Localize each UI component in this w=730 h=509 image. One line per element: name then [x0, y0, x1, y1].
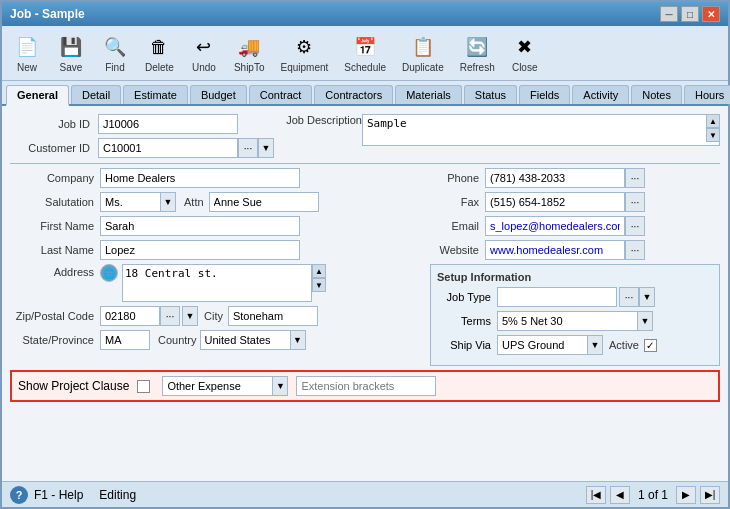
salutation-row: Salutation ▼ Attn [10, 192, 420, 212]
customer-id-input[interactable] [98, 138, 238, 158]
duplicate-button[interactable]: 📋 Duplicate [397, 30, 449, 76]
lastname-row: Last Name [10, 240, 420, 260]
state-input[interactable] [100, 330, 150, 350]
tab-budget[interactable]: Budget [190, 85, 247, 104]
first-page-button[interactable]: |◀ [586, 486, 606, 504]
city-input[interactable] [228, 306, 318, 326]
customer-id-dots-button[interactable]: ··· [238, 138, 258, 158]
left-col: Company Salutation ▼ Attn First Name [10, 168, 420, 366]
customer-id-arrow-button[interactable]: ▼ [258, 138, 274, 158]
website-row: Website ··· [430, 240, 720, 260]
website-dots-button[interactable]: ··· [625, 240, 645, 260]
tab-estimate[interactable]: Estimate [123, 85, 188, 104]
shipvia-input[interactable] [497, 335, 587, 355]
right-col: Phone ··· Fax ··· Email ··· [430, 168, 720, 366]
company-label: Company [10, 172, 100, 184]
prev-page-button[interactable]: ◀ [610, 486, 630, 504]
address-scroll-down[interactable]: ▼ [312, 278, 326, 292]
zip-dots-button[interactable]: ··· [160, 306, 180, 326]
duplicate-icon: 📋 [409, 33, 437, 61]
country-input[interactable] [200, 330, 290, 350]
salutation-input[interactable] [100, 192, 160, 212]
last-page-button[interactable]: ▶| [700, 486, 720, 504]
tab-general[interactable]: General [6, 85, 69, 106]
salutation-combo: ▼ [100, 192, 176, 212]
terms-arrow[interactable]: ▼ [637, 311, 653, 331]
terms-input[interactable] [497, 311, 637, 331]
tab-materials[interactable]: Materials [395, 85, 462, 104]
address-row: Address 🌐 18 Central st. ▲ ▼ [10, 264, 420, 302]
salutation-arrow[interactable]: ▼ [160, 192, 176, 212]
phone-input[interactable] [485, 168, 625, 188]
show-project-clause-label: Show Project Clause [18, 379, 129, 393]
firstname-row: First Name [10, 216, 420, 236]
fax-dots-button[interactable]: ··· [625, 192, 645, 212]
email-input[interactable] [485, 216, 625, 236]
zip-arrow[interactable]: ▼ [182, 306, 198, 326]
lastname-input[interactable] [100, 240, 300, 260]
new-icon: 📄 [13, 33, 41, 61]
save-button[interactable]: 💾 Save [52, 30, 90, 76]
other-expense-arrow[interactable]: ▼ [272, 376, 288, 396]
zip-input[interactable] [100, 306, 160, 326]
attn-input[interactable] [209, 192, 319, 212]
jobtype-label: Job Type [437, 291, 497, 303]
close-toolbar-button[interactable]: ✖ Close [506, 30, 544, 76]
tab-activity[interactable]: Activity [572, 85, 629, 104]
fax-input[interactable] [485, 192, 625, 212]
content-area: Job ID Customer ID ··· ▼ Job Description… [2, 106, 728, 481]
setup-title: Setup Information [437, 271, 713, 283]
shipto-button[interactable]: 🚚 ShipTo [229, 30, 270, 76]
close-button[interactable]: ✕ [702, 6, 720, 22]
shipvia-arrow[interactable]: ▼ [587, 335, 603, 355]
other-expense-input[interactable] [162, 376, 272, 396]
country-arrow[interactable]: ▼ [290, 330, 306, 350]
undo-button[interactable]: ↩ Undo [185, 30, 223, 76]
website-input[interactable] [485, 240, 625, 260]
company-input[interactable] [100, 168, 300, 188]
maximize-button[interactable]: □ [681, 6, 699, 22]
shipvia-combo: ▼ [497, 335, 603, 355]
tab-contract[interactable]: Contract [249, 85, 313, 104]
extension-brackets-input[interactable] [296, 376, 436, 396]
address-scroll-up[interactable]: ▲ [312, 264, 326, 278]
address-globe-button[interactable]: 🌐 [100, 264, 118, 282]
job-desc-input[interactable]: Sample [362, 114, 720, 146]
zip-label: Zip/Postal Code [10, 310, 100, 322]
tab-fields[interactable]: Fields [519, 85, 570, 104]
job-desc-scroll-up[interactable]: ▲ [706, 114, 720, 128]
schedule-button[interactable]: 📅 Schedule [339, 30, 391, 76]
job-desc-scroll-down[interactable]: ▼ [706, 128, 720, 142]
show-project-clause-checkbox[interactable] [137, 380, 150, 393]
equipment-button[interactable]: ⚙ Equipment [275, 30, 333, 76]
address-input[interactable]: 18 Central st. [122, 264, 312, 302]
jobtype-input[interactable] [497, 287, 617, 307]
new-label: New [17, 62, 37, 73]
title-bar: Job - Sample ─ □ ✕ [2, 2, 728, 26]
next-page-button[interactable]: ▶ [676, 486, 696, 504]
jobtype-dots-button[interactable]: ··· [619, 287, 639, 307]
terms-row: Terms ▼ [437, 311, 713, 331]
tab-notes[interactable]: Notes [631, 85, 682, 104]
other-expense-combo: ▼ [162, 376, 288, 396]
refresh-button[interactable]: 🔄 Refresh [455, 30, 500, 76]
help-icon[interactable]: ? [10, 486, 28, 504]
email-dots-button[interactable]: ··· [625, 216, 645, 236]
active-checkbox[interactable] [644, 339, 657, 352]
phone-dots-button[interactable]: ··· [625, 168, 645, 188]
email-row: Email ··· [430, 216, 720, 236]
new-button[interactable]: 📄 New [8, 30, 46, 76]
tab-detail[interactable]: Detail [71, 85, 121, 104]
tab-contractors[interactable]: Contractors [314, 85, 393, 104]
fax-row: Fax ··· [430, 192, 720, 212]
tab-hours[interactable]: Hours [684, 85, 730, 104]
jobtype-arrow[interactable]: ▼ [639, 287, 655, 307]
phone-label: Phone [430, 172, 485, 184]
firstname-input[interactable] [100, 216, 300, 236]
shipvia-label: Ship Via [437, 339, 497, 351]
job-id-input[interactable] [98, 114, 238, 134]
delete-button[interactable]: 🗑 Delete [140, 30, 179, 76]
find-button[interactable]: 🔍 Find [96, 30, 134, 76]
minimize-button[interactable]: ─ [660, 6, 678, 22]
tab-status[interactable]: Status [464, 85, 517, 104]
